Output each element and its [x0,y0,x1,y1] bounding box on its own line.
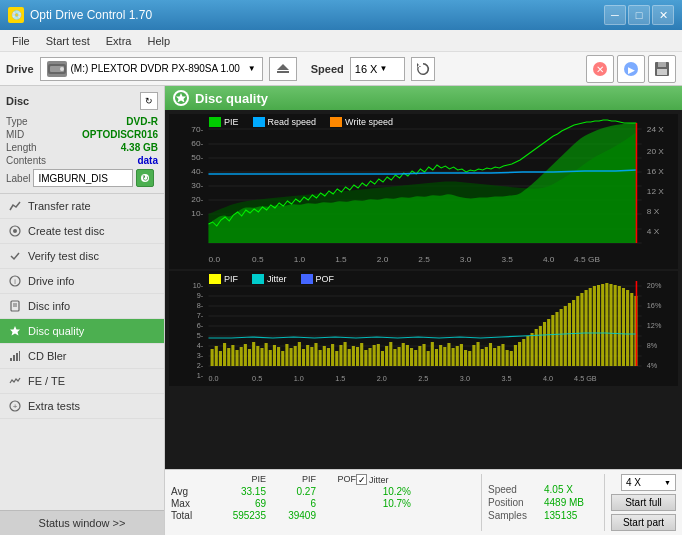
stats-speed-label: Speed [488,484,540,495]
sidebar-nav: Transfer rate Create test disc Verify te… [0,194,164,510]
svg-rect-102 [265,343,268,366]
svg-marker-21 [10,326,20,336]
svg-rect-155 [485,347,488,366]
svg-rect-175 [568,303,571,366]
svg-text:1.0: 1.0 [294,375,304,383]
svg-rect-140 [422,344,425,366]
sidebar-item-create-test-disc[interactable]: Create test disc [0,219,164,244]
svg-rect-93 [227,348,230,366]
drive-eject-button[interactable] [269,57,297,81]
svg-rect-161 [510,351,513,366]
svg-text:↻: ↻ [142,174,149,183]
svg-rect-10 [658,62,666,67]
stats-divider2 [604,474,605,531]
svg-point-15 [13,229,17,233]
svg-rect-118 [331,344,334,366]
disc-length-value: 4.38 GB [121,142,158,153]
burn-button[interactable]: ▶ [617,55,645,83]
svg-rect-163 [518,342,521,366]
start-part-button[interactable]: Start part [611,514,676,531]
maximize-button[interactable]: □ [628,5,650,25]
transfer-rate-icon [8,199,22,213]
svg-rect-108 [289,348,292,366]
drive-info-icon: i [8,274,22,288]
drive-select[interactable]: (M:) PLEXTOR DVDR PX-890SA 1.00 ▼ [40,57,263,81]
menu-file[interactable]: File [4,33,38,49]
top-chart: PIE Read speed Write speed [169,114,678,269]
svg-text:4.0: 4.0 [543,255,555,264]
minimize-button[interactable]: ─ [604,5,626,25]
sidebar-item-verify-test-disc[interactable]: Verify test disc [0,244,164,269]
svg-text:8%: 8% [647,342,658,350]
svg-text:▶: ▶ [628,65,635,75]
sidebar-item-drive-info[interactable]: i Drive info [0,269,164,294]
speed-select[interactable]: 16 X ▼ [350,57,405,81]
sidebar-item-transfer-rate[interactable]: Transfer rate [0,194,164,219]
disc-label-input[interactable] [33,169,133,187]
svg-rect-99 [252,342,255,366]
stats-total-row: Total 595235 39409 [171,510,475,521]
svg-text:3.5: 3.5 [501,375,511,383]
sidebar-item-disc-quality[interactable]: Disc quality [0,319,164,344]
jitter-checkbox[interactable]: ✓ [356,474,367,485]
svg-rect-171 [551,315,554,366]
sidebar-item-cd-bler[interactable]: CD Bler [0,344,164,369]
svg-rect-142 [431,342,434,366]
menu-extra[interactable]: Extra [98,33,140,49]
legend-pif: PIF [209,274,238,284]
svg-rect-184 [605,283,608,366]
svg-text:2.5: 2.5 [418,375,428,383]
stats-position-row: Position 4489 MB [488,497,598,508]
save-button[interactable] [648,55,676,83]
stats-header-row: PIE PIF POF ✓ Jitter [171,474,475,485]
stats-avg-row: Avg 33.15 0.27 10.2% [171,486,475,497]
stats-avg-label: Avg [171,486,206,497]
svg-rect-131 [385,346,388,366]
close-button[interactable]: ✕ [652,5,674,25]
legend-pie-color [209,117,221,127]
svg-rect-105 [277,347,280,366]
disc-label-edit-button[interactable]: ↻ [136,169,154,187]
svg-marker-3 [277,64,289,70]
sidebar-item-fe-te[interactable]: FE / TE [0,369,164,394]
sidebar-item-extra-tests[interactable]: + Extra tests [0,394,164,419]
stats-col-pif: PIF [266,474,316,485]
sidebar-item-disc-info[interactable]: Disc info [0,294,164,319]
svg-rect-160 [506,350,509,366]
speed-dropdown[interactable]: 4 X ▼ [621,474,676,491]
svg-rect-167 [535,329,538,366]
svg-rect-180 [589,288,592,366]
svg-rect-144 [439,345,442,366]
svg-text:60-: 60- [191,139,203,148]
svg-rect-89 [211,349,214,366]
svg-rect-149 [460,344,463,366]
svg-rect-181 [593,286,596,366]
disc-refresh-button[interactable]: ↻ [140,92,158,110]
status-window-button[interactable]: Status window >> [0,510,164,535]
svg-rect-122 [348,349,351,366]
svg-text:+: + [13,402,18,411]
stats-max-pif: 6 [266,498,316,509]
svg-text:4%: 4% [647,362,658,370]
menu-help[interactable]: Help [139,33,178,49]
disc-panel: Disc ↻ Type DVD-R MID OPTODISCR016 Lengt… [0,86,164,194]
stats-avg-pof [316,486,356,497]
stats-samples-label: Samples [488,510,540,521]
svg-rect-172 [555,312,558,366]
refresh-button[interactable] [411,57,435,81]
menu-bar: File Start test Extra Help [0,30,682,52]
stats-col-pof: POF [316,474,356,485]
stats-total-pie: 595235 [206,510,266,521]
svg-rect-101 [260,348,263,366]
erase-button[interactable]: ✕ [586,55,614,83]
svg-text:4.5 GB: 4.5 GB [574,255,600,264]
svg-rect-173 [560,309,563,366]
svg-text:3-: 3- [197,352,204,360]
svg-text:10-: 10- [193,282,204,290]
svg-rect-114 [314,343,317,366]
svg-text:8-: 8- [197,302,204,310]
app-icon: 💿 [8,7,24,23]
menu-starttest[interactable]: Start test [38,33,98,49]
start-full-button[interactable]: Start full [611,494,676,511]
drive-bar: Drive (M:) PLEXTOR DVDR PX-890SA 1.00 ▼ … [0,52,682,86]
